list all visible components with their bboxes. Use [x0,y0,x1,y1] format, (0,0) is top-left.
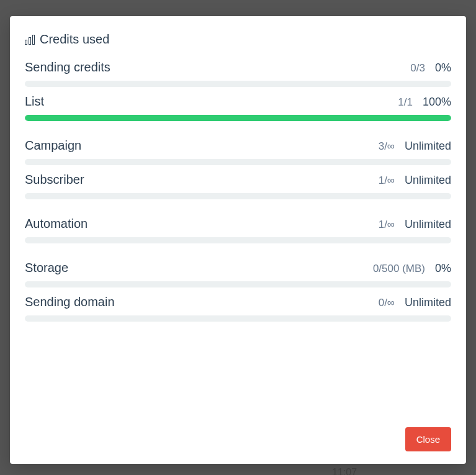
metric-row: Subscriber1/∞Unlimited [25,173,451,199]
metric-group: Campaign3/∞UnlimitedSubscriber1/∞Unlimit… [25,138,451,199]
metric-label: Sending domain [25,295,115,309]
metric-percentage: Unlimited [405,296,451,309]
progress-fill [25,115,451,121]
progress-bar [25,315,451,322]
metric-label: Automation [25,217,88,231]
metric-group: Automation1/∞Unlimited [25,217,451,243]
metric-fraction: 1/∞ [379,219,395,231]
metric-fraction: 0/3 [410,62,425,75]
metric-group: Storage0/500 (MB)0%Sending domain0/∞Unli… [25,261,451,322]
metric-values: 0/∞Unlimited [379,296,451,309]
close-button[interactable]: Close [405,427,451,451]
metric-label: Subscriber [25,173,84,187]
metric-percentage: 0% [435,262,451,275]
metric-row: Sending credits0/30% [25,60,451,87]
metric-label: Sending credits [25,60,110,75]
bg-time: 11:07 [332,467,357,475]
metric-label: Storage [25,261,68,275]
metric-values: 0/30% [410,61,451,75]
metric-row: Campaign3/∞Unlimited [25,138,451,165]
bar-chart-icon [25,35,35,45]
metric-percentage: Unlimited [405,140,451,153]
metric-label: Campaign [25,138,81,153]
metric-values: 1/1100% [398,96,451,109]
metrics-container: Sending credits0/30%List1/1100%Campaign3… [25,60,451,339]
metric-fraction: 0/500 (MB) [373,263,425,275]
modal-header: Credits used [25,32,451,47]
metric-group: Sending credits0/30%List1/1100% [25,60,451,121]
progress-bar [25,281,451,287]
metric-row: Sending domain0/∞Unlimited [25,295,451,322]
metric-values: 1/∞Unlimited [379,174,451,187]
metric-fraction: 1/1 [398,96,413,109]
metric-row: List1/1100% [25,94,451,121]
metric-row: Storage0/500 (MB)0% [25,261,451,287]
progress-bar [25,237,451,243]
progress-bar [25,81,451,87]
metric-percentage: 100% [423,96,451,109]
metric-fraction: 3/∞ [379,140,395,153]
metric-row: Automation1/∞Unlimited [25,217,451,243]
modal-footer: Close [25,427,451,451]
metric-label: List [25,94,44,109]
progress-bar [25,115,451,121]
metric-fraction: 1/∞ [379,174,395,187]
metric-percentage: Unlimited [405,218,451,231]
metric-values: 1/∞Unlimited [379,218,451,231]
metric-percentage: Unlimited [405,174,451,187]
metric-values: 0/500 (MB)0% [373,262,451,275]
metric-values: 3/∞Unlimited [379,140,451,153]
credits-used-modal: Credits used Sending credits0/30%List1/1… [10,16,466,464]
progress-bar [25,159,451,165]
metric-percentage: 0% [435,61,451,75]
modal-title: Credits used [40,32,109,47]
metric-fraction: 0/∞ [379,297,395,309]
progress-bar [25,193,451,199]
